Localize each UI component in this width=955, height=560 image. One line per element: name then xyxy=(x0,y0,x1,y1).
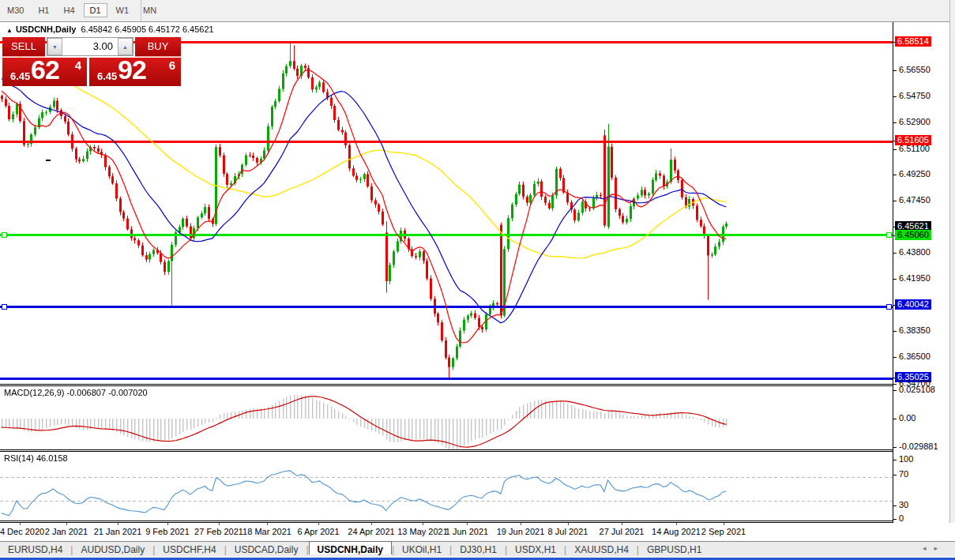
date-axis[interactable]: 14 Dec 20202 Jan 202121 Jan 20219 Feb 20… xyxy=(0,523,955,541)
rsi-axis-label: 100 xyxy=(899,454,913,464)
date-axis-tick xyxy=(521,523,521,525)
price-axis-tick xyxy=(893,96,897,97)
rsi-indicator-label: RSI(14) 46.0158 xyxy=(4,453,68,463)
date-axis-label: 21 Jan 2021 xyxy=(94,527,142,536)
ohlc-open: 6.45842 xyxy=(81,24,112,34)
rsi-axis-tick xyxy=(893,506,897,506)
price-axis-tick xyxy=(893,331,897,332)
rsi-axis-tick xyxy=(893,519,897,520)
date-axis-label: 27 Jul 2021 xyxy=(600,527,645,536)
date-axis-tick xyxy=(167,523,168,525)
chart-tab-ukoil[interactable]: UKOil,H1 xyxy=(394,543,449,556)
volume-decrease-button[interactable]: ▾ xyxy=(47,38,62,55)
rsi-axis-label: 30 xyxy=(899,500,908,509)
chart-tabbar: EURUSD,H4|AUDUSD,Daily|USDCHF,H4|USDCAD,… xyxy=(0,541,955,557)
price-axis-tick xyxy=(893,253,897,254)
date-axis-tick xyxy=(267,523,268,525)
chart-tab-usdcad[interactable]: USDCAD,Daily xyxy=(227,543,306,556)
date-axis-label: 14 Dec 2020 xyxy=(0,527,44,536)
buy-price-display[interactable]: 6.45 92 6 xyxy=(89,58,181,86)
price-axis-label: 6.43800 xyxy=(899,247,931,257)
timeframe-button-w1[interactable]: W1 xyxy=(111,4,135,17)
date-axis-label: 1 Jun 2021 xyxy=(446,527,488,536)
volume-increase-button[interactable]: ▴ xyxy=(118,38,133,55)
date-axis-label: 27 Feb 2021 xyxy=(194,527,243,536)
chart-tab-xauusd[interactable]: XAUUSD,H4 xyxy=(566,543,637,556)
buy-price-pip: 6 xyxy=(169,58,175,72)
chart-tab-gbpusd[interactable]: GBPUSD,H1 xyxy=(639,543,709,556)
price-axis-label: 6.49250 xyxy=(899,169,931,179)
macd-indicator-label: MACD(12,26,9) -0.006807 -0.007020 xyxy=(4,388,148,397)
date-axis-tick xyxy=(467,523,468,525)
chart-tab-eurusd[interactable]: EURUSD,H4 xyxy=(0,543,70,556)
macd-axis-tick xyxy=(893,447,897,448)
date-axis-tick xyxy=(318,523,319,525)
rsi-axis-tick xyxy=(893,475,897,475)
chart-tab-dj30[interactable]: DJ30,H1 xyxy=(452,543,505,556)
chart-tab-audusd[interactable]: AUDUSD,Daily xyxy=(73,543,152,556)
chart-symbol-label: USDCNH,Daily xyxy=(16,24,76,34)
price-axis-tick xyxy=(893,175,897,175)
buy-price-prefix: 6.45 xyxy=(97,70,117,82)
date-axis-label: 14 Aug 2021 xyxy=(652,527,701,536)
price-axis-tick xyxy=(893,149,897,150)
buy-price-digits: 92 xyxy=(118,54,146,85)
timeframe-button-m30[interactable]: M30 xyxy=(2,4,29,17)
price-level-badge-green: 6.45060 xyxy=(895,230,931,240)
timeframe-toolbar: M30H1H4D1W1MN xyxy=(0,0,955,22)
price-axis-tick xyxy=(893,70,897,71)
date-axis-label: 9 Feb 2021 xyxy=(145,527,190,536)
ohlc-close: 6.45621 xyxy=(182,24,214,34)
price-axis-label: 6.51100 xyxy=(899,144,930,153)
volume-stepper: ▾ 3.00 ▴ xyxy=(47,37,133,56)
timeframe-button-d1[interactable]: D1 xyxy=(84,3,107,17)
timeframe-button-h4[interactable]: H4 xyxy=(58,4,80,17)
date-axis-label: 24 Apr 2021 xyxy=(348,527,394,536)
macd-axis-tick xyxy=(893,419,897,419)
rsi-axis-tick xyxy=(893,460,897,460)
date-axis-tick xyxy=(724,523,724,525)
collapse-chart-icon[interactable]: ▲ xyxy=(6,27,13,34)
price-level-badge-red: 6.58514 xyxy=(895,36,931,47)
date-axis-tick xyxy=(622,523,622,525)
date-axis-tick xyxy=(66,523,67,525)
date-axis-label: 2 Jan 2021 xyxy=(45,527,88,536)
price-axis-label: 6.52900 xyxy=(899,117,931,126)
tab-scroll-right-icon[interactable]: ▸ xyxy=(934,544,946,552)
date-axis-tick xyxy=(371,523,372,525)
trading-terminal-window: M30H1H4D1W1MN ▲USDCNH,Daily 6.45842 6.45… xyxy=(0,0,955,560)
macd-axis-label: 0.025108 xyxy=(899,385,935,394)
chart-tab-usdx[interactable]: USDX,H1 xyxy=(507,543,564,556)
date-axis-tick xyxy=(423,523,423,525)
price-level-badge-blue: 6.40042 xyxy=(895,299,931,310)
macd-axis-tick xyxy=(893,390,897,391)
sell-price-prefix: 6.45 xyxy=(10,70,30,82)
price-axis-tick xyxy=(893,279,897,280)
sell-price-display[interactable]: 6.45 62 4 xyxy=(2,58,87,86)
macd-axis-label: 0.00 xyxy=(899,413,916,423)
window-right-edge xyxy=(949,0,955,556)
chart-tab-usdcnh[interactable]: USDCNH,Daily xyxy=(309,541,392,554)
price-axis-tick xyxy=(893,122,897,123)
timeframe-button-h1[interactable]: H1 xyxy=(32,4,55,17)
chart-tab-usdchf[interactable]: USDCHF,H4 xyxy=(155,543,224,556)
rsi-panel-canvas[interactable] xyxy=(0,452,893,521)
chart-object-dash xyxy=(46,160,51,161)
date-axis-label: 8 Jul 2021 xyxy=(548,527,588,536)
price-axis-label: 6.36500 xyxy=(899,351,931,361)
rsi-axis-label: 0 xyxy=(899,513,904,523)
price-axis-tick xyxy=(893,201,897,201)
date-axis-tick xyxy=(118,523,118,525)
ohlc-low: 6.45172 xyxy=(149,24,180,34)
date-axis-label: 19 Jun 2021 xyxy=(497,527,545,536)
sell-price-digits: 62 xyxy=(31,54,59,85)
date-axis-label: 2 Sep 2021 xyxy=(701,527,746,536)
one-click-trading-panel: SELL ▾ 3.00 ▴ BUY 6.45 62 4 6.45 92 6 xyxy=(2,37,181,86)
price-axis-label: 6.38350 xyxy=(899,325,931,335)
volume-input[interactable]: 3.00 xyxy=(62,38,118,55)
date-axis-label: 18 Mar 2021 xyxy=(243,527,291,536)
toolbar-divider xyxy=(141,0,141,21)
price-axis[interactable]: 6.585146.565506.547506.529006.516056.511… xyxy=(893,22,950,523)
tab-scroll-left-icon[interactable]: ◂ xyxy=(923,544,934,552)
date-axis-tick xyxy=(219,523,220,525)
